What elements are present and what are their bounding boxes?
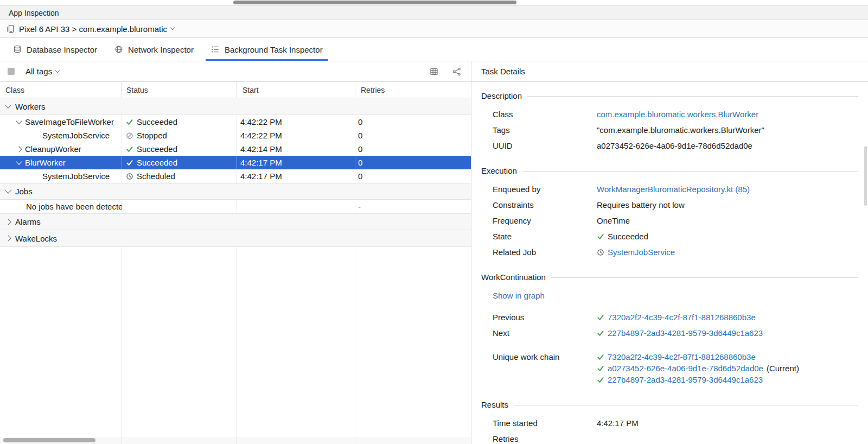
row-saveimagetofileworker[interactable]: SaveImageToFileWorker Succeeded 4:42:22 …: [0, 115, 471, 129]
chevron-right-icon[interactable]: [16, 146, 22, 152]
detail-label: Tags: [493, 126, 597, 135]
start-cell: 4:42:17 PM: [237, 156, 355, 169]
tab-network-inspector[interactable]: Network Inspector: [106, 38, 202, 61]
tags-filter-dropdown[interactable]: All tags: [25, 67, 59, 76]
start-cell: 4:42:17 PM: [237, 169, 355, 183]
tags-filter-label: All tags: [25, 67, 52, 76]
detail-row-state: State Succeeded: [481, 232, 858, 241]
task-details-panel: Task Details Description Class com.examp…: [471, 61, 868, 444]
retries-cell: 0: [355, 169, 471, 183]
start-cell: [237, 200, 355, 213]
chain-uuid-link[interactable]: 227b4897-2ad3-4281-9579-3d6449c1a623: [608, 376, 763, 384]
group-row-workers[interactable]: Workers: [0, 98, 471, 115]
horizontal-scrollbar-thumb[interactable]: [3, 438, 95, 442]
details-content: Description Class com.example.bluromatic…: [471, 82, 868, 444]
column-header-start[interactable]: Start: [237, 82, 355, 98]
tab-background-task-inspector[interactable]: Background Task Inspector: [202, 38, 331, 61]
check-icon: [597, 353, 604, 361]
retries-cell: -: [355, 200, 471, 213]
device-selector-label[interactable]: Pixel 6 API 33 > com.example.bluromatic: [19, 24, 167, 34]
row-jobs-empty: No jobs have been detected -: [0, 200, 471, 213]
section-results: Results: [481, 401, 858, 409]
detail-label: Unique work chain: [493, 353, 597, 361]
stopped-icon: [126, 132, 133, 139]
row-blurworker[interactable]: BlurWorker Succeeded 4:42:17 PM 0: [0, 156, 471, 169]
group-row-wakelocks[interactable]: WakeLocks: [0, 230, 471, 247]
current-badge: (Current): [767, 364, 799, 373]
retries-cell: 0: [355, 129, 471, 142]
status-cell: Succeeded: [122, 115, 237, 129]
chevron-right-icon: [5, 235, 11, 241]
table-toolbar: All tags: [0, 61, 471, 82]
class-value-link[interactable]: com.example.bluromatic.workers.BlurWorke…: [597, 110, 758, 119]
chevron-down-icon[interactable]: [16, 118, 22, 124]
detail-label: Class: [493, 110, 597, 119]
graph-view-button[interactable]: [450, 65, 463, 78]
chain-uuid-link[interactable]: a0273452-626e-4a06-9d1e-78d6d52dad0e: [608, 364, 763, 373]
stop-inspection-button[interactable]: [8, 68, 15, 75]
chevron-down-icon[interactable]: [16, 158, 22, 164]
class-cell: SystemJobService: [0, 169, 122, 183]
horizontal-scrollbar-track[interactable]: [0, 437, 471, 444]
detail-label: Frequency: [493, 217, 597, 225]
status-cell: Succeeded: [122, 156, 237, 169]
check-icon: [597, 329, 604, 337]
enqueued-by-link[interactable]: WorkManagerBluromaticRepository.kt (85): [597, 185, 750, 194]
row-systemjobservice-1[interactable]: SystemJobService Stopped 4:42:22 PM 0: [0, 129, 471, 142]
column-header-class[interactable]: Class: [0, 82, 122, 98]
check-icon: [597, 314, 604, 321]
row-cleanupworker[interactable]: CleanupWorker Succeeded 4:42:14 PM 0: [0, 142, 471, 156]
task-table-panel: All tags Class Status: [0, 61, 471, 444]
vertical-scrollbar-thumb[interactable]: [864, 146, 867, 206]
chevron-down-icon: [5, 102, 11, 108]
class-cell: SaveImageToFileWorker: [0, 115, 122, 129]
group-row-jobs[interactable]: Jobs: [0, 183, 471, 200]
detail-row-show-in-graph: Show in graph: [481, 291, 858, 300]
chevron-down-icon[interactable]: [170, 26, 175, 30]
related-job-link[interactable]: SystemJobService: [608, 248, 675, 257]
next-uuid-link[interactable]: 227b4897-2ad3-4281-9579-3d6449c1a623: [608, 329, 763, 338]
detail-label: UUID: [493, 142, 597, 150]
detail-label: Enqueued by: [493, 185, 597, 194]
column-header-retries[interactable]: Retries: [355, 82, 471, 98]
tags-value: "com.example.bluromatic.workers.BlurWork…: [597, 126, 764, 135]
tab-label: Database Inspector: [27, 45, 97, 54]
retries-cell: 0: [355, 156, 471, 169]
detail-row-previous: Previous 7320a2f2-4c39-4c2f-87f1-8812688…: [481, 313, 858, 322]
detail-row-next: Next 227b4897-2ad3-4281-9579-3d6449c1a62…: [481, 329, 858, 338]
check-icon: [597, 365, 604, 372]
start-cell: 4:42:22 PM: [237, 115, 355, 129]
detail-row-uuid: UUID a0273452-626e-4a06-9d1e-78d6d52dad0…: [481, 142, 858, 150]
detail-label: Next: [493, 329, 597, 338]
table-view-button[interactable]: [427, 65, 441, 78]
check-icon: [126, 145, 133, 153]
time-started-value: 4:42:17 PM: [597, 419, 639, 428]
row-systemjobservice-2[interactable]: SystemJobService Scheduled 4:42:17 PM 0: [0, 169, 471, 183]
column-header-status[interactable]: Status: [122, 82, 237, 98]
retries-cell: 0: [355, 115, 471, 129]
group-label: WakeLocks: [15, 234, 57, 243]
show-in-graph-link[interactable]: Show in graph: [493, 291, 545, 300]
clock-icon: [597, 249, 604, 256]
detail-row-enqueued-by: Enqueued by WorkManagerBluromaticReposit…: [481, 185, 858, 194]
empty-message-cell: No jobs have been detected: [0, 200, 122, 213]
device-icon: [7, 24, 15, 33]
detail-label: State: [493, 232, 597, 241]
detail-row-retries: Retries: [481, 435, 858, 443]
tab-database-inspector[interactable]: Database Inspector: [4, 38, 106, 61]
top-scrollbar-track[interactable]: [0, 0, 868, 5]
previous-uuid-link[interactable]: 7320a2f2-4c39-4c2f-87f1-881268860b3e: [608, 313, 756, 322]
group-row-alarms[interactable]: Alarms: [0, 213, 471, 230]
check-icon: [597, 376, 604, 384]
table-header-row: Class Status Start Retries: [0, 82, 471, 98]
chain-uuid-link[interactable]: 7320a2f2-4c39-4c2f-87f1-881268860b3e: [608, 353, 756, 361]
check-icon: [126, 159, 133, 167]
check-icon: [126, 118, 133, 126]
database-icon: [13, 45, 22, 54]
top-scrollbar-thumb[interactable]: [233, 1, 516, 4]
uuid-value: a0273452-626e-4a06-9d1e-78d6d52dad0e: [597, 142, 752, 150]
group-label: Workers: [15, 102, 46, 111]
task-list-icon: [211, 45, 220, 54]
tab-label: Network Inspector: [128, 45, 194, 54]
detail-row-class: Class com.example.bluromatic.workers.Blu…: [481, 110, 858, 119]
